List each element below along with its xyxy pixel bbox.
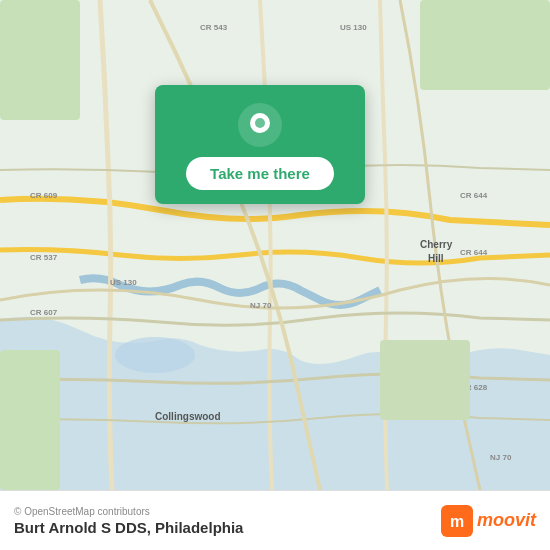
copyright-text: © OpenStreetMap contributors [14, 506, 243, 517]
moovit-brand-icon: m [441, 505, 473, 537]
moovit-logo: m moovit [441, 505, 536, 537]
svg-rect-19 [0, 350, 60, 490]
map-container: CR 609 CR 537 CR 607 CR 603 CR 644 CR 64… [0, 0, 550, 490]
svg-text:NJ 70: NJ 70 [490, 453, 512, 462]
moovit-brand-text: moovit [477, 510, 536, 531]
svg-rect-20 [380, 340, 470, 420]
svg-text:CR 644: CR 644 [460, 191, 488, 200]
svg-rect-17 [0, 0, 80, 120]
map-background: CR 609 CR 537 CR 607 CR 603 CR 644 CR 64… [0, 0, 550, 490]
svg-text:Cherry: Cherry [420, 239, 453, 250]
location-card: Take me there [155, 85, 365, 204]
bottom-left: © OpenStreetMap contributors Burt Arnold… [14, 506, 243, 536]
svg-text:CR 644: CR 644 [460, 248, 488, 257]
location-name: Burt Arnold S DDS, Philadelphia [14, 519, 243, 536]
svg-text:CR 543: CR 543 [200, 23, 228, 32]
svg-text:CR 609: CR 609 [30, 191, 58, 200]
svg-point-21 [115, 337, 195, 373]
svg-text:m: m [450, 513, 464, 530]
svg-text:CR 537: CR 537 [30, 253, 58, 262]
bottom-bar: © OpenStreetMap contributors Burt Arnold… [0, 490, 550, 550]
svg-text:Hill: Hill [428, 253, 444, 264]
svg-text:Collingswood: Collingswood [155, 411, 221, 422]
svg-text:US 130: US 130 [110, 278, 137, 287]
svg-text:US 130: US 130 [340, 23, 367, 32]
svg-text:CR 607: CR 607 [30, 308, 58, 317]
location-pin-icon [238, 103, 282, 147]
svg-text:NJ 70: NJ 70 [250, 301, 272, 310]
take-me-there-button[interactable]: Take me there [186, 157, 334, 190]
svg-rect-18 [420, 0, 550, 90]
